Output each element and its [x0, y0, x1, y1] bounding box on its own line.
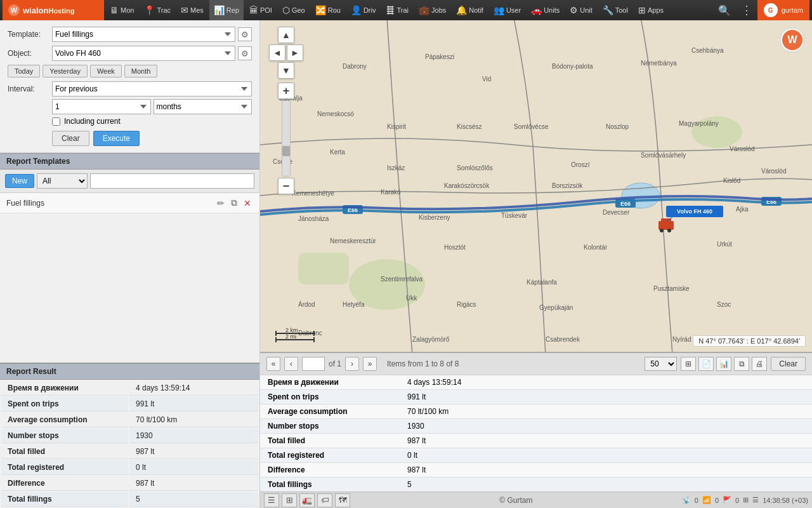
today-btn[interactable]: Today — [8, 65, 40, 77]
summary-row: Spent on trips991 lt — [260, 390, 812, 404]
svg-text:Nyírád: Nyírád — [672, 336, 691, 343]
pdf-icon-btn[interactable]: 📄 — [698, 357, 714, 371]
summary-row: Number stops1930 — [260, 419, 812, 434]
template-row: Template: Fuel fillings ⚙ — [8, 27, 252, 42]
nav-search[interactable]: 🔍 — [713, 4, 736, 17]
nav-units1[interactable]: 🚗Units — [527, 0, 564, 20]
result-value: 4 days 13:59:14 — [129, 381, 258, 396]
print-icon-btn[interactable]: 🖨 — [752, 357, 767, 371]
page-number-input[interactable]: 1 — [302, 357, 325, 371]
svg-text:Csabrendek: Csabrendek — [546, 336, 580, 343]
nav-monitoring[interactable]: 🖥Mon — [105, 0, 138, 20]
svg-text:Zalagyömörő: Zalagyömörő — [412, 336, 450, 343]
last-page-btn[interactable]: » — [363, 357, 377, 371]
next-page-btn[interactable]: › — [345, 357, 359, 371]
interval-num-select[interactable]: 1236 — [52, 99, 151, 114]
svg-text:Karakó: Karakó — [381, 189, 401, 196]
nav-messages[interactable]: ✉Mes — [176, 0, 208, 20]
map-right-btn[interactable]: ► — [287, 44, 303, 61]
nav-tracking[interactable]: 📍Trac — [140, 0, 175, 20]
object-settings-btn[interactable]: ⚙ — [238, 46, 252, 60]
map-watermark: W — [779, 27, 806, 55]
execute-btn[interactable]: Execute — [93, 131, 140, 146]
tools-icon: 🔧 — [603, 5, 613, 15]
week-btn[interactable]: Week — [90, 65, 122, 77]
nav-trails[interactable]: 🛤Trai — [381, 0, 413, 20]
svg-text:Árdod: Árdod — [298, 300, 315, 308]
copyright: © Gurtam — [462, 496, 570, 505]
view-truck-btn[interactable]: 🚛 — [299, 493, 315, 507]
username: gurtam — [782, 6, 803, 14]
result-label: Время в движении — [1, 381, 128, 396]
template-copy-btn[interactable]: ⧉ — [229, 197, 239, 209]
template-select[interactable]: Fuel fillings — [52, 27, 235, 42]
summary-label: Время в движении — [260, 375, 400, 390]
interval-unit-select[interactable]: monthsweeksdays — [154, 99, 252, 114]
svg-text:Oroszí: Oroszí — [571, 161, 590, 168]
map-left-btn[interactable]: ◄ — [269, 44, 285, 61]
map-zoom-out-btn[interactable]: − — [278, 178, 294, 194]
nav-apps[interactable]: ⊞Apps — [634, 0, 668, 20]
svg-text:Hetyéfa: Hetyéfa — [343, 301, 365, 308]
object-label: Object: — [8, 49, 52, 58]
svg-text:Kisberzeny: Kisberzeny — [419, 214, 450, 221]
nav-drivers[interactable]: 👤Driv — [346, 0, 381, 20]
more-icon[interactable]: ⋮ — [737, 3, 756, 17]
nav-tools[interactable]: 🔧Tool — [598, 0, 632, 20]
map-up-btn[interactable]: ▲ — [278, 27, 294, 43]
template-settings-btn[interactable]: ⚙ — [238, 27, 252, 41]
svg-text:Vid: Vid — [482, 76, 491, 83]
view-list-btn[interactable]: ☰ — [264, 493, 279, 507]
nav-jobs[interactable]: 💼Jobs — [414, 0, 450, 20]
copy-icon-btn[interactable]: ⧉ — [734, 357, 749, 371]
user-menu[interactable]: G gurtam — [757, 0, 809, 20]
svg-text:Szoc: Szoc — [717, 301, 731, 308]
template-search-input[interactable] — [90, 173, 254, 189]
summary-row: Время в движении4 days 13:59:14 — [260, 375, 812, 390]
per-page-select[interactable]: 25 50 100 — [645, 357, 677, 371]
grid-icon: ⊞ — [743, 496, 749, 504]
result-value: 991 lt — [129, 397, 258, 411]
search-icon[interactable]: 🔍 — [713, 4, 736, 17]
nav-units2[interactable]: ⚙Unit — [565, 0, 597, 20]
map-container[interactable]: E66 E66 E66 Egeralja Dabrony Pápakeszi V… — [260, 20, 812, 352]
clear-results-btn[interactable]: Clear — [771, 357, 806, 371]
summary-label: Total fillings — [260, 478, 400, 492]
svg-text:Dabrony: Dabrony — [343, 63, 367, 70]
svg-text:W: W — [787, 34, 797, 45]
view-grid-btn[interactable]: ⊞ — [282, 493, 297, 507]
nav-poi[interactable]: 🏛POI — [245, 0, 277, 20]
template-edit-btn[interactable]: ✏ — [215, 197, 226, 209]
view-label-btn[interactable]: 🏷 — [317, 493, 332, 507]
new-template-btn[interactable]: New — [5, 174, 34, 188]
routes-icon: 🔀 — [315, 5, 326, 15]
nav-reports[interactable]: 📊Rep — [209, 0, 244, 20]
summary-value: 987 lt — [400, 434, 812, 448]
result-row: Время в движении4 days 13:59:14 — [1, 381, 258, 396]
template-item[interactable]: Fuel fillings ✏ ⧉ ✕ — [0, 193, 259, 213]
summary-value: 4 days 13:59:14 — [400, 375, 812, 390]
logo[interactable]: W wialonHosting — [3, 0, 104, 20]
result-row: Total filled987 lt — [1, 444, 258, 459]
view-map-btn[interactable]: 🗺 — [335, 493, 350, 507]
nav-routes[interactable]: 🔀Rou — [311, 0, 345, 20]
expand-icon-btn[interactable]: ⊞ — [681, 357, 696, 371]
month-btn[interactable]: Month — [124, 65, 158, 77]
map-zoom-in-btn[interactable]: + — [278, 83, 294, 99]
first-page-btn[interactable]: « — [266, 357, 280, 371]
nav-users[interactable]: 👥User — [489, 0, 525, 20]
summary-label: Total registered — [260, 448, 400, 463]
clear-btn[interactable]: Clear — [52, 131, 89, 146]
including-current-checkbox[interactable] — [52, 117, 60, 126]
xls-icon-btn[interactable]: 📊 — [716, 357, 731, 371]
yesterday-btn[interactable]: Yesterday — [43, 65, 88, 77]
template-delete-btn[interactable]: ✕ — [242, 197, 253, 209]
template-filter-select[interactable]: All — [37, 173, 88, 189]
object-select[interactable]: Volvo FH 460 — [52, 46, 235, 61]
nav-geo[interactable]: ⬡Geo — [278, 0, 310, 20]
interval-type-select[interactable]: For previous — [52, 81, 252, 97]
prev-page-btn[interactable]: ‹ — [284, 357, 298, 371]
nav-notifications[interactable]: 🔔Notif — [452, 0, 488, 20]
wifi-count: 0 — [715, 497, 719, 504]
map-down-btn[interactable]: ▼ — [278, 62, 294, 79]
